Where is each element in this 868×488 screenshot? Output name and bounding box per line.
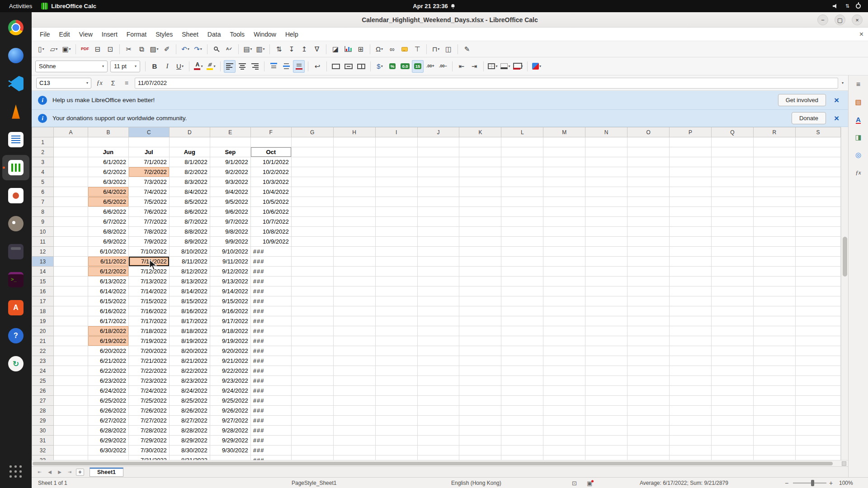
- cell-J26[interactable]: [417, 386, 459, 396]
- cell-D21[interactable]: 8/19/2022: [169, 336, 210, 346]
- insert-special-character[interactable]: Ω▾: [373, 43, 385, 56]
- cell-I14[interactable]: [375, 267, 417, 277]
- cell-A14[interactable]: [53, 267, 88, 277]
- highlighting-color-dropdown[interactable]: ▾: [213, 64, 215, 68]
- cell-J28[interactable]: [417, 406, 459, 416]
- cell-G26[interactable]: [291, 386, 333, 396]
- cell-M26[interactable]: [543, 386, 585, 396]
- cell-A11[interactable]: [53, 237, 88, 247]
- cell-A6[interactable]: [53, 187, 88, 197]
- open-file[interactable]: ▱▾: [48, 43, 60, 56]
- cell-E28[interactable]: 9/26/2022: [210, 406, 250, 416]
- cell-L24[interactable]: [501, 366, 543, 376]
- cell-Q25[interactable]: [711, 376, 753, 386]
- cell-K28[interactable]: [459, 406, 501, 416]
- cell-F9[interactable]: 10/7/2022: [250, 217, 291, 227]
- find-and-replace[interactable]: [211, 43, 222, 56]
- dock-files[interactable]: [2, 239, 29, 264]
- cell-M31[interactable]: [543, 436, 585, 446]
- cell-F20[interactable]: ###: [250, 326, 291, 336]
- cell-O5[interactable]: [627, 177, 670, 187]
- cell-E21[interactable]: 9/19/2022: [210, 336, 250, 346]
- cell-C32[interactable]: 7/30/2022: [128, 446, 169, 455]
- cell-K7[interactable]: [459, 197, 501, 207]
- cell-M7[interactable]: [543, 197, 585, 207]
- cell-M25[interactable]: [543, 376, 585, 386]
- cell-I12[interactable]: [375, 247, 417, 257]
- cell-S26[interactable]: [795, 386, 840, 396]
- cell-Q30[interactable]: [711, 426, 753, 436]
- cell-O20[interactable]: [627, 326, 670, 336]
- cell-J21[interactable]: [417, 336, 459, 346]
- row-header-15[interactable]: 15: [32, 277, 54, 286]
- row-header-22[interactable]: 22: [32, 346, 54, 356]
- cell-O26[interactable]: [627, 386, 670, 396]
- cell-B18[interactable]: 6/16/2022: [88, 306, 128, 316]
- cell-D4[interactable]: 8/2/2022: [169, 167, 210, 177]
- cell-L17[interactable]: [501, 296, 543, 306]
- cell-I22[interactable]: [375, 346, 417, 356]
- cell-A7[interactable]: [53, 197, 88, 207]
- cell-R23[interactable]: [753, 356, 795, 366]
- cell-B14[interactable]: 6/12/2022: [88, 267, 128, 277]
- cell-R9[interactable]: [753, 217, 795, 227]
- cell-E7[interactable]: 9/5/2022: [210, 197, 250, 207]
- cell-I10[interactable]: [375, 227, 417, 237]
- column-header-R[interactable]: R: [753, 127, 795, 137]
- cell-J7[interactable]: [417, 197, 459, 207]
- cell-I18[interactable]: [375, 306, 417, 316]
- cell-O28[interactable]: [627, 406, 670, 416]
- cell-A31[interactable]: [53, 436, 88, 446]
- cell-J20[interactable]: [417, 326, 459, 336]
- cell-D17[interactable]: 8/15/2022: [169, 296, 210, 306]
- cell-N27[interactable]: [585, 396, 627, 406]
- cell-P2[interactable]: [670, 147, 712, 157]
- cell-P15[interactable]: [670, 277, 712, 286]
- conditional-formatting[interactable]: ▾: [531, 60, 542, 73]
- cell-O9[interactable]: [627, 217, 670, 227]
- cell-E3[interactable]: 9/1/2022: [210, 157, 250, 167]
- cell-P21[interactable]: [670, 336, 712, 346]
- cell-K25[interactable]: [459, 376, 501, 386]
- cell-J32[interactable]: [417, 446, 459, 455]
- cell-L23[interactable]: [501, 356, 543, 366]
- row-header-29[interactable]: 29: [32, 416, 54, 426]
- cell-C29[interactable]: 7/27/2022: [128, 416, 169, 426]
- cell-P9[interactable]: [670, 217, 712, 227]
- network-icon[interactable]: ⇅: [845, 3, 849, 9]
- functions-deck[interactable]: ƒx: [852, 166, 865, 179]
- cell-B17[interactable]: 6/15/2022: [88, 296, 128, 306]
- cell-H29[interactable]: [333, 416, 375, 426]
- cell-L15[interactable]: [501, 277, 543, 286]
- cell-N13[interactable]: [585, 257, 627, 267]
- cell-Q4[interactable]: [711, 167, 753, 177]
- cell-G19[interactable]: [291, 316, 333, 326]
- column-header-M[interactable]: M: [543, 127, 585, 137]
- cell-C6[interactable]: 7/4/2022: [128, 187, 169, 197]
- cell-G18[interactable]: [291, 306, 333, 316]
- cell-N33[interactable]: [585, 455, 627, 460]
- power-icon[interactable]: [856, 4, 861, 9]
- cell-L32[interactable]: [501, 446, 543, 455]
- cell-G2[interactable]: [291, 147, 333, 157]
- cell-N26[interactable]: [585, 386, 627, 396]
- redo-dropdown[interactable]: ▾: [200, 47, 202, 51]
- cell-O18[interactable]: [627, 306, 670, 316]
- cell-A24[interactable]: [53, 366, 88, 376]
- cell-L20[interactable]: [501, 326, 543, 336]
- cell-M5[interactable]: [543, 177, 585, 187]
- cell-B28[interactable]: 6/26/2022: [88, 406, 128, 416]
- cell-I15[interactable]: [375, 277, 417, 286]
- insert-column-dropdown[interactable]: ▾: [263, 47, 265, 51]
- cell-H7[interactable]: [333, 197, 375, 207]
- cell-K19[interactable]: [459, 316, 501, 326]
- cell-H8[interactable]: [333, 207, 375, 217]
- cell-C33[interactable]: 7/31/2022: [128, 455, 169, 460]
- cell-J29[interactable]: [417, 416, 459, 426]
- cell-L14[interactable]: [501, 267, 543, 277]
- cell-K6[interactable]: [459, 187, 501, 197]
- cell-K5[interactable]: [459, 177, 501, 187]
- cell-S2[interactable]: [795, 147, 840, 157]
- align-right[interactable]: [249, 60, 261, 73]
- dock-libreoffice-writer[interactable]: [2, 127, 29, 152]
